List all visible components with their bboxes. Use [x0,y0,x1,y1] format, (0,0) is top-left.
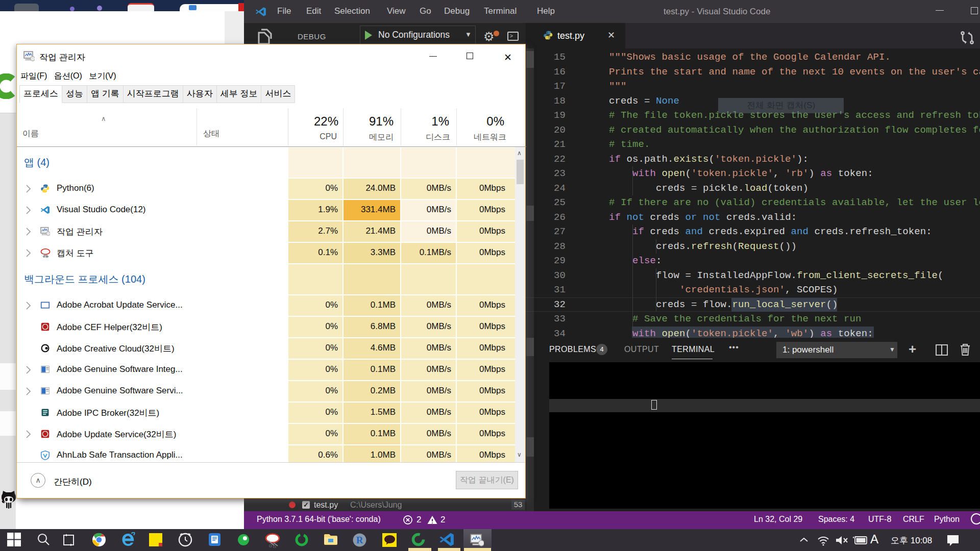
svg-text:R: R [356,535,363,545]
